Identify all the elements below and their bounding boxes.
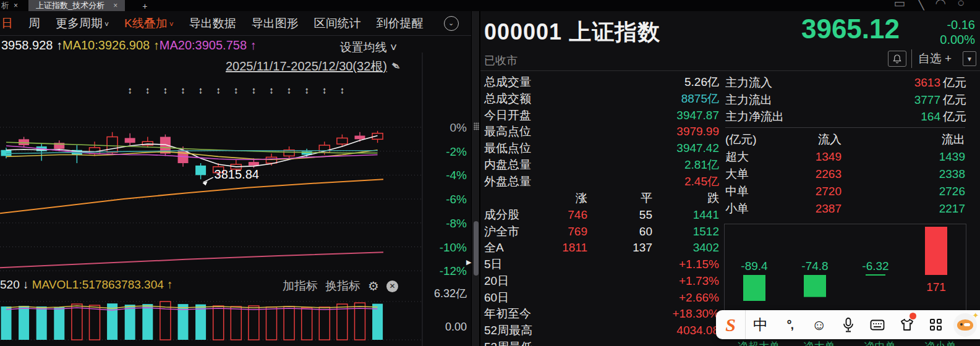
flat-count: 55 xyxy=(639,207,652,224)
volume-axis-label: 0.00 xyxy=(445,321,467,333)
table-row: 外盘总量2.45亿 xyxy=(484,174,719,190)
y-axis-label: -6% xyxy=(446,193,467,206)
perf-value: +1.15% xyxy=(679,256,719,273)
updown-arrow-mark: ↕ xyxy=(269,85,274,95)
change-value: -0.16 xyxy=(940,17,975,32)
tab-close-icon[interactable]: × xyxy=(14,1,18,10)
flow-in-value: 2387 xyxy=(816,200,842,217)
table-row: 52周最高4034.08 xyxy=(484,323,719,339)
alert-bell-button[interactable] xyxy=(888,51,906,67)
stat-value: 3947.87 xyxy=(676,108,719,124)
table-row: 主力流入3613亿元 xyxy=(725,74,966,91)
refresh-icon[interactable]: ◠ xyxy=(935,0,945,7)
export-chart-button[interactable]: 导出图形 xyxy=(252,15,299,32)
punctuation-icon[interactable]: °‚ xyxy=(775,310,804,339)
table-row: 沪全市769601512 xyxy=(484,224,719,240)
ma10-value: MA10:3926.908 xyxy=(62,38,150,52)
flow-row-label: 中单 xyxy=(725,185,749,198)
ai-assistant-icon[interactable]: ✦ xyxy=(951,310,980,339)
skin-shirt-icon[interactable] xyxy=(892,310,921,339)
titlebar-tool-icons: ▭ ╲ ◠ ○ xyxy=(894,0,965,11)
table-row: 涨平跌 xyxy=(484,190,719,207)
y-axis-label: -2% xyxy=(446,145,467,158)
table-row: 总成交量5.26亿 xyxy=(484,74,719,91)
scrollbar-thumb[interactable] xyxy=(474,221,479,276)
perf-value: +2.66% xyxy=(679,290,719,306)
down-arrow-icon: ↓ xyxy=(23,278,29,291)
period-week-button[interactable]: 周 xyxy=(28,15,40,32)
stat-value: 3979.99 xyxy=(676,124,719,140)
flow-in-header: 流入 xyxy=(818,131,842,148)
clock-dropdown-icon[interactable]: ⌄ xyxy=(444,16,459,31)
sheet-icon[interactable]: ▭ xyxy=(894,0,906,7)
panel-divider[interactable]: ▶ xyxy=(471,0,480,346)
up-count: 769 xyxy=(568,224,587,240)
breadth-label: 全A xyxy=(484,241,504,254)
gear-icon[interactable]: ⚙ xyxy=(368,279,379,293)
perf-value: +1.73% xyxy=(679,273,719,290)
drag-grip-icon[interactable] xyxy=(474,122,479,130)
ma-settings-button[interactable]: 设置均线 ˅ xyxy=(340,40,397,56)
flow-out-value: 2726 xyxy=(939,183,965,200)
ma5-value: 3958.928 xyxy=(1,38,53,52)
flow-unit: 亿元 xyxy=(943,108,966,125)
table-row: 内盘总量2.81亿 xyxy=(484,157,719,174)
period-day-button[interactable]: 日 xyxy=(1,15,13,32)
breadth-label: 沪全市 xyxy=(484,225,519,238)
main-flow-list: 主力流入3613亿元主力流出3777亿元主力净流出164亿元 xyxy=(725,74,966,125)
up-count: 746 xyxy=(568,207,587,224)
kline-overlay-menu[interactable]: K线叠加˅ xyxy=(124,15,174,32)
emoji-icon[interactable]: ☺ xyxy=(804,310,833,339)
updown-arrow-mark: ↕ xyxy=(340,85,345,95)
y-axis-label: -10% xyxy=(440,241,467,254)
clock-icon[interactable]: ○ xyxy=(957,0,965,7)
net-flow-value: -6.32 xyxy=(862,260,888,272)
stock-name: 上证指数 xyxy=(569,19,660,44)
table-row: 大单22632338 xyxy=(725,166,965,183)
tab-technical-analysis[interactable]: 上证指数_技术分析 × xyxy=(28,0,125,11)
new-tab-button[interactable]: + xyxy=(142,1,147,11)
updown-arrow-mark: ↕ xyxy=(287,85,292,95)
export-data-button[interactable]: 导出数据 xyxy=(189,15,236,32)
perf-label: 5日 xyxy=(484,258,503,271)
range-statistics-button[interactable]: 区间统计 xyxy=(314,15,361,32)
last-price: 3965.12 xyxy=(801,14,900,44)
ma-values-row: 3958.928 ↑MA10:3926.908 ↑MA20:3905.758 ↑ xyxy=(1,38,470,54)
add-indicator-button[interactable]: 加指标 xyxy=(283,278,318,294)
add-watchlist-button[interactable]: 自选 + xyxy=(911,49,958,68)
net-flow-category-label: 净中单 xyxy=(850,339,910,346)
net-flow-value: -74.8 xyxy=(801,260,828,272)
date-range-label[interactable]: 2025/11/17-2025/12/30(32根)✒ xyxy=(226,58,401,75)
stats-list: 总成交量5.26亿总成交额8875亿今日开盘3947.87最高点位3979.99… xyxy=(484,74,719,190)
watchlist-dropdown-button[interactable]: ▼ xyxy=(963,51,976,66)
kline-chart[interactable]: 0%-2%-4%-6%-8%-10%-12%↕↕↕↕↕↕↕↕↕↕↕↕↕3815.… xyxy=(0,53,471,275)
price-alert-button[interactable]: 到价提醒 xyxy=(377,15,424,32)
collapse-arrow-icon[interactable]: ▶ xyxy=(466,258,471,266)
sogou-logo-icon[interactable]: S xyxy=(716,310,745,339)
tab-close-icon[interactable]: × xyxy=(113,1,117,10)
stat-value: 2.81亿 xyxy=(684,157,719,174)
ime-language-mode[interactable]: 中 xyxy=(746,310,775,339)
stat-label: 最高点位 xyxy=(484,125,531,138)
more-periods-menu[interactable]: 更多周期˅ xyxy=(56,15,109,32)
quote-actions: 自选 + ▼ xyxy=(888,49,976,68)
perf-value: 4034.08 xyxy=(676,323,719,339)
stat-value: 8875亿 xyxy=(681,91,719,108)
divider-line xyxy=(725,127,965,128)
switch-indicator-button[interactable]: 换指标 xyxy=(325,278,360,294)
updown-arrow-mark: ↕ xyxy=(163,85,168,95)
updown-arrow-mark: ↕ xyxy=(198,85,203,95)
stat-label: 总成交量 xyxy=(484,75,531,88)
close-indicator-icon[interactable]: ✕ xyxy=(386,281,398,292)
toolbox-grid-icon[interactable] xyxy=(921,310,950,339)
y-axis-label: -4% xyxy=(446,169,467,182)
trading-terminal: 析 × 上证指数_技术分析 × + ▭ ╲ ◠ ○ 日 周 更多周期˅ K线叠加… xyxy=(0,0,980,346)
tab-title: 上证指数_技术分析 xyxy=(36,0,104,11)
updown-arrow-mark: ↕ xyxy=(181,85,185,95)
tab-fragment[interactable]: 析 × xyxy=(0,0,25,11)
table-row: (亿元)流入流出 xyxy=(725,131,965,148)
microphone-icon[interactable] xyxy=(833,310,863,339)
flow-in-value: 2263 xyxy=(816,166,842,183)
draw-line-icon[interactable]: ╲ xyxy=(916,0,924,7)
keyboard-icon[interactable] xyxy=(863,310,892,339)
